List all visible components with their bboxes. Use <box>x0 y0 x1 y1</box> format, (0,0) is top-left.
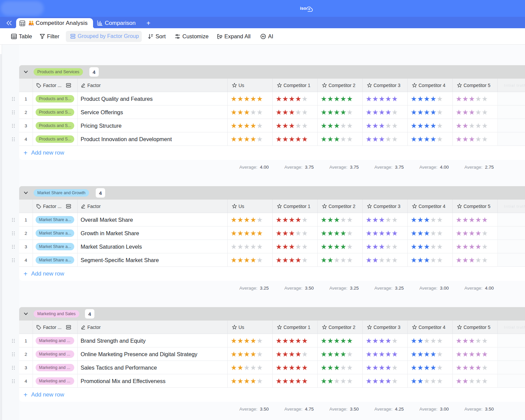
svg-text:iso: iso <box>300 6 306 11</box>
svg-text:AI: AI <box>262 35 265 38</box>
